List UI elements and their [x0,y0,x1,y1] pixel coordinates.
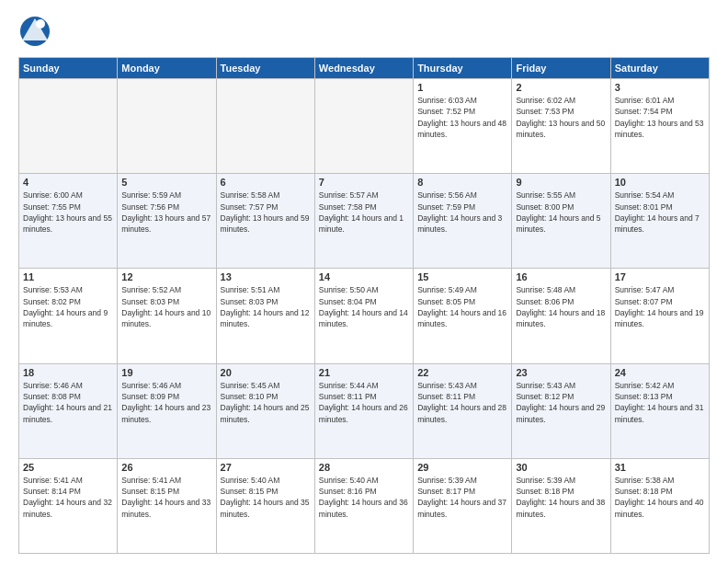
day-number: 30 [516,462,606,473]
day-info: Sunrise: 5:59 AMSunset: 7:56 PMDaylight:… [121,190,211,235]
day-info: Sunrise: 5:43 AMSunset: 8:11 PMDaylight:… [417,380,507,425]
day-number: 24 [615,367,705,378]
day-number: 14 [319,271,409,282]
day-info: Sunrise: 5:56 AMSunset: 7:59 PMDaylight:… [417,190,507,235]
day-info: Sunrise: 5:39 AMSunset: 8:17 PMDaylight:… [417,475,507,520]
calendar-cell [19,79,118,174]
calendar-cell: 17Sunrise: 5:47 AMSunset: 8:07 PMDayligh… [610,269,709,363]
week-row-2: 4Sunrise: 6:00 AMSunset: 7:55 PMDaylight… [19,174,710,269]
day-number: 21 [319,367,409,378]
day-info: Sunrise: 5:46 AMSunset: 8:09 PMDaylight:… [121,380,211,425]
calendar-table: SundayMondayTuesdayWednesdayThursdayFrid… [18,57,710,554]
day-number: 26 [121,462,211,473]
day-info: Sunrise: 5:52 AMSunset: 8:03 PMDaylight:… [121,284,211,329]
day-info: Sunrise: 5:48 AMSunset: 8:06 PMDaylight:… [516,284,606,329]
day-number: 1 [417,82,507,93]
calendar-cell: 10Sunrise: 5:54 AMSunset: 8:01 PMDayligh… [610,174,709,269]
day-info: Sunrise: 5:38 AMSunset: 8:18 PMDaylight:… [615,475,705,520]
svg-point-2 [36,19,45,29]
calendar-cell: 11Sunrise: 5:53 AMSunset: 8:02 PMDayligh… [19,269,118,363]
calendar-cell: 5Sunrise: 5:59 AMSunset: 7:56 PMDaylight… [118,174,216,269]
weekday-header-thursday: Thursday [414,58,512,79]
calendar-cell: 27Sunrise: 5:40 AMSunset: 8:15 PMDayligh… [216,458,314,553]
week-row-5: 25Sunrise: 5:41 AMSunset: 8:14 PMDayligh… [19,458,710,553]
weekday-header-saturday: Saturday [610,58,709,79]
calendar-cell: 2Sunrise: 6:02 AMSunset: 7:53 PMDaylight… [512,79,610,174]
calendar-cell: 16Sunrise: 5:48 AMSunset: 8:06 PMDayligh… [512,269,610,363]
day-number: 10 [615,177,705,188]
calendar-cell: 21Sunrise: 5:44 AMSunset: 8:11 PMDayligh… [314,363,413,458]
calendar-cell: 20Sunrise: 5:45 AMSunset: 8:10 PMDayligh… [216,363,314,458]
calendar-cell [118,79,216,174]
day-number: 6 [221,177,311,188]
calendar-cell: 3Sunrise: 6:01 AMSunset: 7:54 PMDaylight… [610,79,709,174]
day-number: 18 [23,367,113,378]
day-info: Sunrise: 5:49 AMSunset: 8:05 PMDaylight:… [417,284,507,329]
day-info: Sunrise: 6:00 AMSunset: 7:55 PMDaylight:… [23,190,113,235]
calendar-cell: 18Sunrise: 5:46 AMSunset: 8:08 PMDayligh… [19,363,118,458]
day-number: 9 [516,177,606,188]
weekday-header-friday: Friday [512,58,610,79]
calendar-cell: 29Sunrise: 5:39 AMSunset: 8:17 PMDayligh… [414,458,512,553]
day-info: Sunrise: 5:47 AMSunset: 8:07 PMDaylight:… [615,284,705,329]
day-number: 3 [615,82,705,93]
calendar-cell: 22Sunrise: 5:43 AMSunset: 8:11 PMDayligh… [414,363,512,458]
day-number: 12 [121,271,211,282]
day-info: Sunrise: 5:43 AMSunset: 8:12 PMDaylight:… [516,380,606,425]
calendar-cell: 4Sunrise: 6:00 AMSunset: 7:55 PMDaylight… [19,174,118,269]
day-info: Sunrise: 5:46 AMSunset: 8:08 PMDaylight:… [23,380,113,425]
day-info: Sunrise: 5:45 AMSunset: 8:10 PMDaylight:… [221,380,311,425]
weekday-header-monday: Monday [118,58,216,79]
calendar-cell: 30Sunrise: 5:39 AMSunset: 8:18 PMDayligh… [512,458,610,553]
day-number: 28 [319,462,409,473]
day-info: Sunrise: 5:40 AMSunset: 8:15 PMDaylight:… [221,475,311,520]
day-number: 19 [121,367,211,378]
day-info: Sunrise: 6:02 AMSunset: 7:53 PMDaylight:… [516,95,606,140]
week-row-1: 1Sunrise: 6:03 AMSunset: 7:52 PMDaylight… [19,79,710,174]
calendar-cell: 28Sunrise: 5:40 AMSunset: 8:16 PMDayligh… [314,458,413,553]
calendar-cell: 15Sunrise: 5:49 AMSunset: 8:05 PMDayligh… [414,269,512,363]
day-number: 31 [615,462,705,473]
calendar-cell: 6Sunrise: 5:58 AMSunset: 7:57 PMDaylight… [216,174,314,269]
day-info: Sunrise: 5:51 AMSunset: 8:03 PMDaylight:… [221,284,311,329]
day-info: Sunrise: 5:39 AMSunset: 8:18 PMDaylight:… [516,475,606,520]
day-number: 16 [516,271,606,282]
calendar-cell: 19Sunrise: 5:46 AMSunset: 8:09 PMDayligh… [118,363,216,458]
day-number: 15 [417,271,507,282]
weekday-header-row: SundayMondayTuesdayWednesdayThursdayFrid… [19,58,710,79]
calendar-cell: 7Sunrise: 5:57 AMSunset: 7:58 PMDaylight… [314,174,413,269]
calendar-cell: 12Sunrise: 5:52 AMSunset: 8:03 PMDayligh… [118,269,216,363]
calendar-cell: 31Sunrise: 5:38 AMSunset: 8:18 PMDayligh… [610,458,709,553]
calendar-cell: 13Sunrise: 5:51 AMSunset: 8:03 PMDayligh… [216,269,314,363]
weekday-header-tuesday: Tuesday [216,58,314,79]
day-number: 7 [319,177,409,188]
day-info: Sunrise: 5:54 AMSunset: 8:01 PMDaylight:… [615,190,705,235]
weekday-header-wednesday: Wednesday [314,58,413,79]
day-info: Sunrise: 5:40 AMSunset: 8:16 PMDaylight:… [319,475,409,520]
day-info: Sunrise: 5:57 AMSunset: 7:58 PMDaylight:… [319,190,409,235]
day-info: Sunrise: 5:41 AMSunset: 8:15 PMDaylight:… [121,475,211,520]
logo [18,15,55,48]
day-info: Sunrise: 5:53 AMSunset: 8:02 PMDaylight:… [23,284,113,329]
calendar-cell: 23Sunrise: 5:43 AMSunset: 8:12 PMDayligh… [512,363,610,458]
day-info: Sunrise: 5:50 AMSunset: 8:04 PMDaylight:… [319,284,409,329]
day-number: 11 [23,271,113,282]
calendar-cell: 24Sunrise: 5:42 AMSunset: 8:13 PMDayligh… [610,363,709,458]
header [18,15,710,48]
day-number: 17 [615,271,705,282]
calendar-cell: 14Sunrise: 5:50 AMSunset: 8:04 PMDayligh… [314,269,413,363]
day-number: 20 [221,367,311,378]
day-info: Sunrise: 5:42 AMSunset: 8:13 PMDaylight:… [615,380,705,425]
day-number: 8 [417,177,507,188]
day-number: 25 [23,462,113,473]
calendar-cell: 8Sunrise: 5:56 AMSunset: 7:59 PMDaylight… [414,174,512,269]
day-number: 2 [516,82,606,93]
day-info: Sunrise: 5:41 AMSunset: 8:14 PMDaylight:… [23,475,113,520]
day-number: 27 [221,462,311,473]
weekday-header-sunday: Sunday [19,58,118,79]
day-info: Sunrise: 5:58 AMSunset: 7:57 PMDaylight:… [221,190,311,235]
calendar-cell [216,79,314,174]
day-number: 5 [121,177,211,188]
calendar-cell: 25Sunrise: 5:41 AMSunset: 8:14 PMDayligh… [19,458,118,553]
day-info: Sunrise: 5:44 AMSunset: 8:11 PMDaylight:… [319,380,409,425]
